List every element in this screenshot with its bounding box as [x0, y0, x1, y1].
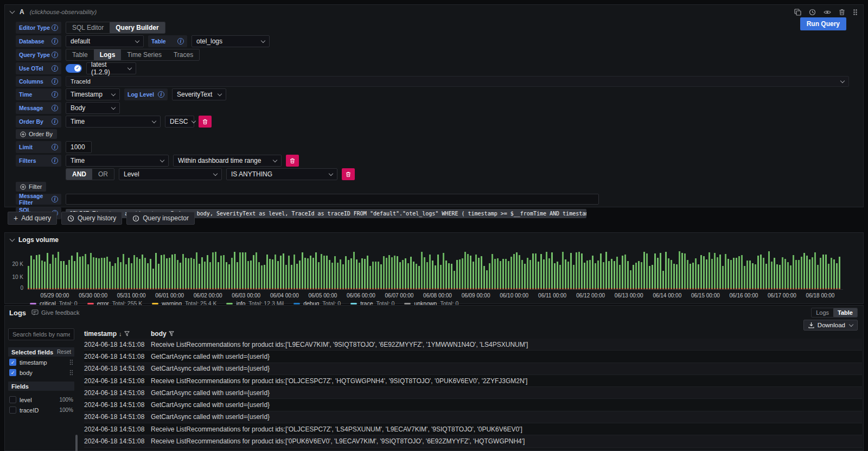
- volume-bar: [600, 253, 602, 289]
- use-otel-toggle[interactable]: ✓: [66, 64, 82, 73]
- info-icon[interactable]: i: [52, 24, 58, 31]
- filter-funnel-icon[interactable]: [124, 331, 130, 336]
- info-icon[interactable]: i: [52, 38, 58, 45]
- body-column-header[interactable]: body: [151, 330, 862, 338]
- remove-order-by-button[interactable]: [199, 116, 212, 128]
- view-option-logs[interactable]: Logs: [812, 308, 833, 317]
- view-option-table[interactable]: Table: [833, 308, 857, 317]
- reset-fields-button[interactable]: Reset: [57, 349, 71, 355]
- log-table-row[interactable]: 2024-06-18 14:51:08GetCartAsync called w…: [84, 387, 862, 399]
- order-by-field-select[interactable]: Time: [66, 116, 161, 128]
- add-filter-button[interactable]: Filter: [16, 182, 46, 192]
- order-by-label: Order Byi: [16, 116, 61, 128]
- trash-icon[interactable]: [839, 9, 845, 16]
- checkbox-checked[interactable]: ✓: [9, 359, 16, 366]
- log-table-row[interactable]: 2024-06-18 14:51:08GetCartAsync called w…: [84, 351, 862, 363]
- filter2-operator-select[interactable]: IS ANYTHING: [226, 168, 337, 180]
- volume-bar: [76, 252, 78, 289]
- info-icon[interactable]: i: [52, 65, 58, 72]
- log-body: Receive ListRecommendations for product …: [151, 341, 862, 348]
- volume-bar: [703, 256, 705, 289]
- volume-bar: [497, 258, 499, 289]
- database-select[interactable]: default: [66, 35, 144, 47]
- info-icon[interactable]: i: [177, 38, 184, 45]
- volume-bar: [383, 256, 385, 289]
- query-type-option-time-series[interactable]: Time Series: [121, 49, 168, 60]
- sidebar-scrollbar[interactable]: [75, 435, 78, 451]
- message-column-select[interactable]: Body: [66, 102, 120, 114]
- columns-multiselect[interactable]: TraceId: [66, 76, 849, 87]
- info-icon[interactable]: i: [52, 196, 58, 202]
- checkbox-unchecked[interactable]: [9, 396, 16, 403]
- table-select[interactable]: otel_logs: [192, 35, 270, 47]
- volume-bar: [608, 261, 610, 289]
- chevron-down-icon: [135, 38, 139, 42]
- x-axis-tick: 06/17 00:00: [768, 293, 796, 298]
- log-table-row[interactable]: 2024-06-18 14:51:08GetCartAsync called w…: [84, 399, 862, 411]
- time-column-select[interactable]: Timestamp: [66, 88, 120, 100]
- filter-funnel-icon[interactable]: [169, 331, 174, 336]
- search-fields-input[interactable]: [8, 328, 74, 340]
- chevron-down-icon: [152, 118, 156, 123]
- checkbox-checked[interactable]: ✓: [9, 369, 16, 376]
- connector-option-or[interactable]: OR: [92, 169, 114, 180]
- collapse-chevron-icon[interactable]: [10, 8, 15, 14]
- log-table-row[interactable]: 2024-06-18 14:51:08GetCartAsync called w…: [84, 411, 862, 423]
- log-table-row[interactable]: 2024-06-18 14:51:08Receive ListRecommend…: [84, 375, 862, 387]
- info-icon[interactable]: i: [52, 52, 58, 58]
- give-feedback-link[interactable]: Give feedback: [31, 309, 79, 316]
- duplicate-icon[interactable]: [794, 9, 801, 16]
- query-history-button[interactable]: Query history: [61, 212, 122, 225]
- volume-bar: [49, 264, 51, 289]
- log-table-row[interactable]: 2024-06-18 14:51:08Receive ListRecommend…: [84, 423, 862, 435]
- query-inspector-button[interactable]: Query inspector: [126, 212, 195, 225]
- info-icon[interactable]: i: [52, 91, 58, 98]
- checkbox-unchecked[interactable]: [9, 406, 16, 414]
- volume-bar: [36, 255, 37, 289]
- timestamp-column-header[interactable]: timestamp ↓: [84, 330, 151, 338]
- editor-type-option-query-builder[interactable]: Query Builder: [110, 22, 164, 33]
- limit-input[interactable]: 1000: [66, 141, 92, 153]
- download-icon: [808, 322, 814, 328]
- connector-option-and[interactable]: AND: [66, 169, 92, 180]
- eye-icon[interactable]: [824, 9, 831, 16]
- query-type-option-table[interactable]: Table: [66, 49, 94, 60]
- sort-desc-icon[interactable]: ↓: [119, 331, 122, 337]
- add-query-button[interactable]: +Add query: [8, 212, 57, 225]
- drag-handle-icon[interactable]: [69, 359, 73, 365]
- info-icon[interactable]: i: [52, 144, 58, 150]
- info-icon[interactable]: i: [52, 78, 58, 85]
- log-table-row[interactable]: 2024-06-18 14:51:08GetCartAsync called w…: [84, 363, 862, 375]
- otel-version-select[interactable]: latest (1.2.9): [86, 62, 136, 74]
- message-filter-input[interactable]: [66, 194, 599, 205]
- info-icon[interactable]: i: [52, 105, 58, 111]
- log-table-row[interactable]: 2024-06-18 14:51:08Receive ListRecommend…: [84, 339, 862, 351]
- remove-filter1-button[interactable]: [286, 155, 299, 167]
- info-icon[interactable]: i: [52, 157, 58, 164]
- filter2-field-select[interactable]: Level: [119, 168, 222, 180]
- panel-collapse-chevron-icon[interactable]: [10, 236, 15, 242]
- info-icon[interactable]: i: [52, 118, 58, 125]
- volume-bar: [207, 255, 208, 289]
- log-table-row[interactable]: 2024-06-18 14:51:08Receive ListRecommend…: [84, 435, 862, 447]
- remove-filter2-button[interactable]: [342, 168, 355, 180]
- filter1-field-select[interactable]: Time: [66, 155, 169, 167]
- run-query-button[interactable]: Run Query: [800, 17, 846, 30]
- order-by-direction-select[interactable]: DESC: [165, 116, 194, 128]
- volume-bar: [55, 258, 56, 289]
- volume-bar: [304, 258, 306, 289]
- info-icon[interactable]: i: [158, 91, 164, 98]
- volume-bar: [361, 258, 363, 289]
- add-order-by-button[interactable]: Order By: [16, 129, 57, 139]
- logs-volume-chart[interactable]: [28, 250, 843, 290]
- query-type-option-logs[interactable]: Logs: [94, 49, 122, 60]
- history-icon[interactable]: [809, 9, 816, 16]
- drag-handle-icon[interactable]: [853, 9, 858, 16]
- volume-bar: [142, 255, 143, 289]
- chevron-down-icon: [849, 322, 853, 326]
- editor-type-option-sql-editor[interactable]: SQL Editor: [66, 22, 110, 33]
- log-level-select[interactable]: SeverityText: [172, 88, 226, 100]
- drag-handle-icon[interactable]: [69, 370, 73, 376]
- filter1-operator-select[interactable]: Within dashboard time range: [173, 155, 282, 167]
- query-type-option-traces[interactable]: Traces: [168, 49, 199, 60]
